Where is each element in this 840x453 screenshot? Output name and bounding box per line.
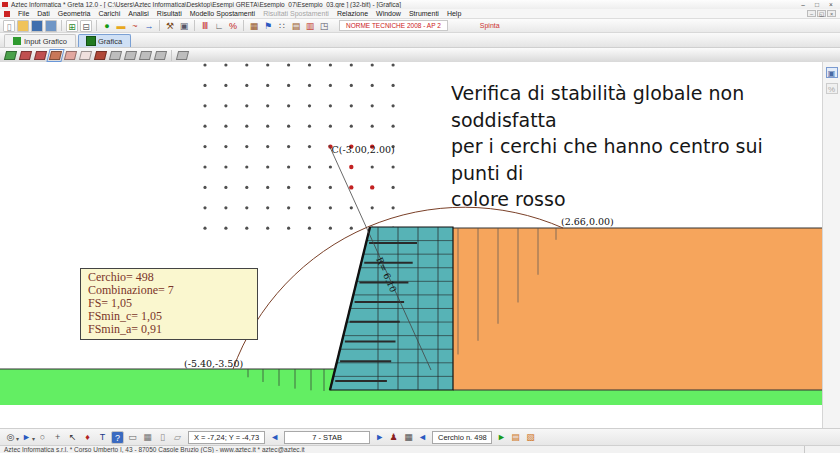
app-logo-icon xyxy=(2,2,8,7)
save-icon[interactable] xyxy=(31,20,43,32)
pointer-icon[interactable]: ↖ xyxy=(66,431,79,444)
view-results-icon[interactable] xyxy=(79,51,92,60)
close-button[interactable]: × xyxy=(824,0,838,9)
view-pressures-icon[interactable] xyxy=(64,51,77,60)
mdi-window-controls: –◱× xyxy=(807,10,836,17)
wall-b-icon[interactable]: ▥ xyxy=(304,20,316,32)
spinta-label: Spinta xyxy=(480,22,500,29)
next-circle-button[interactable]: ► xyxy=(497,431,506,444)
view-extra1-icon[interactable] xyxy=(109,51,122,60)
view-terrain-icon[interactable] xyxy=(4,51,17,60)
percent-icon[interactable]: % xyxy=(227,20,239,32)
document-icon xyxy=(4,11,10,17)
view-extra3-icon[interactable] xyxy=(139,51,152,60)
arrow-right-icon[interactable]: → xyxy=(143,20,155,32)
menu-geometria[interactable]: Geometria xyxy=(58,10,91,17)
separator xyxy=(243,20,244,31)
layers-icon[interactable]: ▬ xyxy=(115,20,127,32)
view-extra5-icon[interactable] xyxy=(176,51,189,60)
layout-icon[interactable]: ▦ xyxy=(402,431,415,444)
input-grafico-icon xyxy=(13,37,21,45)
page-icon[interactable]: ▯ xyxy=(156,431,169,444)
info-fsmin-a: FSmin_a= 0,91 xyxy=(88,323,257,336)
grafica-icon xyxy=(87,37,95,45)
menu-relazione[interactable]: Relazione xyxy=(337,10,368,17)
save-all-icon[interactable] xyxy=(45,20,57,32)
canvas-side-panel: ▣% xyxy=(822,62,840,428)
menu-window[interactable]: Window xyxy=(376,10,401,17)
prev-combination-button[interactable]: ◄ xyxy=(270,431,279,444)
prev-circle-button[interactable]: ◄ xyxy=(418,431,427,444)
corner-icon[interactable]: ∟ xyxy=(213,20,225,32)
tab-grafica[interactable]: Grafica xyxy=(78,34,131,47)
mdi-restore-button[interactable]: ◱ xyxy=(817,10,826,17)
status-right-panel xyxy=(805,446,840,453)
grid-dots-icon[interactable]: ∷ xyxy=(276,20,288,32)
minimize-button[interactable]: – xyxy=(796,0,810,9)
zoom-level-button[interactable]: % xyxy=(826,83,838,94)
menu-risultati[interactable]: Risultati xyxy=(157,10,182,17)
menu-items: FileDatiGeometriaCarichiAnalisiRisultati… xyxy=(18,10,461,17)
options-icon[interactable]: ▣ xyxy=(178,20,190,32)
menu-carichi[interactable]: Carichi xyxy=(98,10,120,17)
clip-icon[interactable]: ▱ xyxy=(171,431,184,444)
results-info-box: Cerchio= 498 Combinazione= 7 FS= 1,05 FS… xyxy=(80,268,258,340)
fit-view-button[interactable]: ▣ xyxy=(826,67,838,78)
separator xyxy=(159,20,160,31)
pan-icon-dropdown[interactable]: ▾ xyxy=(32,435,35,442)
open-icon[interactable] xyxy=(17,20,29,32)
text-tool-icon[interactable]: T xyxy=(96,431,109,444)
mesh-icon[interactable]: ▦ xyxy=(248,20,260,32)
report-icon[interactable]: ▤ xyxy=(509,431,522,444)
notebook-icon[interactable]: ▦ xyxy=(141,431,154,444)
combination-select[interactable]: 7 - STAB xyxy=(284,431,370,444)
view-extra2-icon[interactable] xyxy=(124,51,137,60)
separator xyxy=(194,20,195,31)
maximize-button[interactable]: □ xyxy=(810,0,824,9)
status-text: Aztec Informatica s.r.l. * Corso Umberto… xyxy=(0,446,805,453)
view-diagram-icon[interactable] xyxy=(94,51,107,60)
ruler-icon[interactable]: ▭ xyxy=(126,431,139,444)
status-bar: Aztec Informatica s.r.l. * Corso Umberto… xyxy=(0,445,840,453)
separator xyxy=(61,20,62,31)
menu-help[interactable]: Help xyxy=(447,10,461,17)
menu-file[interactable]: File xyxy=(18,10,29,17)
view-wall-icon[interactable] xyxy=(19,51,32,60)
crosshair-icon[interactable]: + xyxy=(51,431,64,444)
marker-icon[interactable]: ♦ xyxy=(81,431,94,444)
mdi-close-button[interactable]: × xyxy=(827,10,836,17)
separator xyxy=(96,20,97,31)
loads-icon[interactable]: Ⅲ xyxy=(199,20,211,32)
view-stability-icon[interactable] xyxy=(49,51,62,60)
window-icon[interactable]: ◳ xyxy=(318,20,330,32)
mdi-minimize-button[interactable]: – xyxy=(807,10,816,17)
circle-tool-icon[interactable]: ○ xyxy=(36,431,49,444)
application-window: Aztec Informatica * Greta 12.0 - [ C:\Us… xyxy=(0,0,840,453)
view-extra4-icon[interactable] xyxy=(154,51,167,60)
menu-dati[interactable]: Dati xyxy=(37,10,49,17)
view-analysis-icon[interactable] xyxy=(34,51,47,60)
menu-strumenti[interactable]: Strumenti xyxy=(409,10,439,17)
wall-a-icon[interactable]: ▤ xyxy=(290,20,302,32)
person-icon[interactable]: ♟ xyxy=(387,431,400,444)
drawing-canvas[interactable]: C(-3.00,2.00)(2.66,0.00)(-5.40,-3.50)R= … xyxy=(0,62,840,428)
new-icon[interactable]: ▯ xyxy=(3,20,15,32)
curve-icon[interactable]: ~ xyxy=(129,20,141,32)
flags-icon[interactable]: ⚑ xyxy=(262,20,274,32)
title-bar: Aztec Informatica * Greta 12.0 - [ C:\Us… xyxy=(0,0,840,9)
next-combination-button[interactable]: ► xyxy=(375,431,384,444)
tab-input-grafico[interactable]: Input Grafico xyxy=(4,34,76,47)
report-all-icon[interactable]: ▧ xyxy=(524,431,537,444)
separator xyxy=(171,50,172,61)
table-calc-icon[interactable]: ⊞ xyxy=(66,20,78,32)
hammer-icon[interactable]: ⚒ xyxy=(164,20,176,32)
cursor-coordinates: X = -7,24; Y = -4,73 xyxy=(188,431,265,444)
zoom-icon-dropdown[interactable]: ▾ xyxy=(16,435,19,442)
sphere-icon[interactable]: ● xyxy=(101,20,113,32)
circle-select[interactable]: Cerchio n. 498 xyxy=(432,431,492,444)
menu-modello-spostamenti[interactable]: Modello Spostamenti xyxy=(190,10,255,17)
menu-analisi[interactable]: Analisi xyxy=(128,10,149,17)
table-section-icon[interactable]: ⊟ xyxy=(80,20,92,32)
svg-text:(-5.40,-3.50): (-5.40,-3.50) xyxy=(184,358,243,369)
help-icon[interactable]: ? xyxy=(111,431,124,444)
